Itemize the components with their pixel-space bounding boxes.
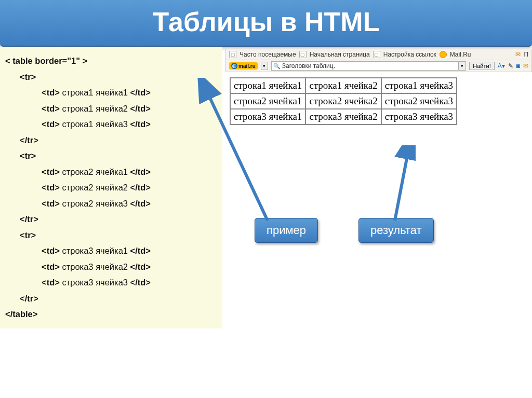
table-row: строка2 ячейка1 строка2 ячейка2 строка2 …	[230, 93, 457, 109]
search-toolbar: @mail.ru ▾ 🔍 Заголовки таблиц. ▾ Найти! …	[225, 60, 532, 72]
code-tag: <td>	[42, 278, 60, 287]
code-tag: </td>	[130, 104, 151, 113]
page-title: Таблицы в HTML	[0, 0, 532, 47]
table-cell: строка1 ячейка2	[305, 78, 381, 93]
mail-badge[interactable]: @mail.ru	[229, 62, 258, 70]
code-text: строка2 ячейка3	[62, 199, 130, 208]
find-button[interactable]: Найти!	[469, 62, 494, 70]
code-text: строка3 ячейка2	[62, 262, 130, 271]
table-cell: строка2 ячейка2	[305, 93, 381, 109]
code-tag: <td>	[42, 119, 60, 129]
search-input[interactable]: 🔍 Заголовки таблиц. ▾	[271, 61, 466, 71]
folder-icon: ▢	[229, 51, 236, 58]
table-row: строка3 ячейка1 строка3 ячейка2 строка3 …	[230, 109, 457, 125]
code-tag: < table border="1" >	[5, 56, 87, 65]
page-icon: ▢	[373, 51, 380, 58]
camera-icon[interactable]: ◙	[516, 62, 520, 70]
code-tag: </td>	[130, 246, 151, 255]
code-tag: <td>	[42, 199, 60, 208]
code-tag: <tr>	[20, 151, 36, 160]
envelope-icon[interactable]: ✉	[515, 51, 521, 58]
code-tag: </table>	[5, 309, 37, 319]
bookmark-item[interactable]: Часто посещаемые	[240, 51, 296, 58]
code-example-panel: < table border="1" > <tr> <td> строка1 я…	[0, 47, 222, 328]
code-tag: </tr>	[20, 294, 38, 303]
code-tag: <td>	[42, 88, 60, 97]
callout-example: пример	[255, 218, 318, 243]
table-cell: строка2 ячейка1	[230, 93, 305, 109]
code-text: строка1 ячейка1	[62, 88, 130, 97]
code-tag: <td>	[42, 104, 60, 113]
table-row: строка1 ячейка1 строка1 ячейка2 строка1 …	[230, 78, 457, 93]
code-text: строка1 ячейка3	[62, 119, 130, 129]
code-tag: <tr>	[20, 230, 36, 240]
code-tag: </td>	[130, 88, 151, 97]
code-tag: </td>	[130, 278, 151, 287]
table-cell: строка1 ячейка1	[230, 78, 305, 93]
highlight-icon[interactable]: ✎	[508, 62, 513, 70]
code-tag: </td>	[130, 199, 151, 208]
result-table: строка1 ячейка1 строка1 ячейка2 строка1 …	[230, 77, 457, 125]
table-cell: строка1 ячейка3	[381, 78, 457, 93]
code-tag: <td>	[42, 262, 60, 271]
table-cell: строка3 ячейка2	[305, 109, 381, 125]
code-text: строка3 ячейка1	[62, 246, 130, 255]
code-tag: </td>	[130, 262, 151, 271]
code-text: строка2 ячейка1	[62, 167, 130, 176]
bookmark-item: П	[524, 51, 528, 58]
code-text: строка2 ячейка2	[62, 183, 130, 192]
at-icon: @	[231, 63, 237, 69]
bookmark-item[interactable]: Начальная страница	[310, 51, 370, 58]
table-cell: строка2 ячейка3	[381, 93, 457, 109]
code-text: строка3 ячейка3	[62, 278, 130, 287]
callout-result: результат	[358, 218, 434, 243]
code-tag: <td>	[42, 167, 60, 176]
table-cell: строка3 ячейка3	[381, 109, 457, 125]
code-tag: </tr>	[20, 135, 38, 145]
code-text: строка1 ячейка2	[62, 104, 130, 113]
bookmark-item[interactable]: Настройка ссылок	[383, 51, 436, 58]
dropdown-button[interactable]: ▾	[261, 62, 268, 70]
browser-result-panel: ▢ Часто посещаемые ▢ Начальная страница …	[222, 47, 532, 328]
page-icon: ▢	[299, 51, 307, 58]
code-tag: <td>	[42, 183, 60, 192]
mail-icon	[440, 51, 447, 58]
search-icon: 🔍	[272, 63, 282, 70]
search-value: Заголовки таблиц.	[282, 62, 458, 70]
bookmark-item[interactable]: Mail.Ru	[450, 51, 471, 58]
table-cell: строка3 ячейка1	[230, 109, 305, 125]
envelope-icon[interactable]: ✉	[523, 62, 528, 70]
font-icon[interactable]: A▾	[498, 62, 505, 70]
code-tag: </td>	[130, 167, 151, 176]
brand-label: mail.ru	[238, 63, 256, 69]
code-tag: </td>	[130, 183, 151, 192]
code-tag: <tr>	[20, 72, 36, 81]
chevron-down-icon[interactable]: ▾	[458, 62, 466, 70]
code-tag: </td>	[130, 119, 151, 129]
code-tag: </tr>	[20, 214, 38, 224]
code-tag: <td>	[42, 246, 60, 255]
bookmark-bar: ▢ Часто посещаемые ▢ Начальная страница …	[225, 49, 532, 60]
